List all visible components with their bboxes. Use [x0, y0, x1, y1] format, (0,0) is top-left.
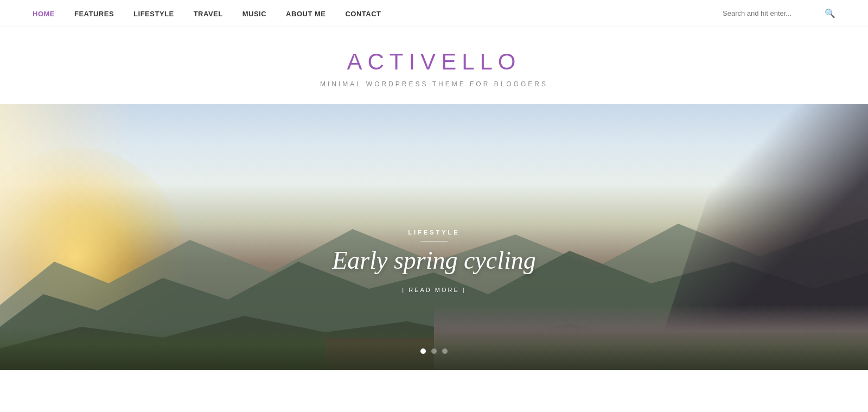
nav-item-travel[interactable]: TRAVEL [194, 9, 223, 18]
search-bar: 🔍 [723, 8, 835, 18]
nav-item-music[interactable]: MUSIC [242, 9, 266, 18]
nav-link-lifestyle[interactable]: LIFESTYLE [133, 10, 174, 18]
nav-link-travel[interactable]: TRAVEL [194, 10, 223, 18]
site-subtitle: MINIMAL WORDPRESS THEME FOR BLOGGERS [0, 80, 868, 88]
slider-dot-3[interactable] [442, 348, 448, 354]
slider-dot-2[interactable] [431, 348, 437, 354]
nav-link-home[interactable]: HOME [33, 10, 55, 18]
hero-slider: LIFESTYLE Early spring cycling | READ MO… [0, 104, 868, 370]
nav-item-home[interactable]: HOME [33, 9, 55, 18]
nav-link-about[interactable]: ABOUT ME [286, 10, 326, 18]
slider-dot-1[interactable] [420, 348, 426, 354]
nav-item-lifestyle[interactable]: LIFESTYLE [133, 9, 174, 18]
site-title: ACTIVELLO [0, 49, 868, 75]
nav-item-contact[interactable]: CONTACT [345, 9, 381, 18]
nav-item-about[interactable]: ABOUT ME [286, 9, 326, 18]
read-more-link[interactable]: | READ MORE | [402, 287, 465, 293]
main-navigation: HOME FEATURES LIFESTYLE TRAVEL MUSIC ABO… [0, 0, 868, 27]
nav-link-features[interactable]: FEATURES [74, 10, 114, 18]
search-input[interactable] [723, 9, 820, 17]
nav-link-music[interactable]: MUSIC [242, 10, 266, 18]
slide-title: Early spring cycling [332, 246, 536, 275]
nav-item-features[interactable]: FEATURES [74, 9, 114, 18]
slide-category: LIFESTYLE [332, 229, 536, 236]
hero-header: ACTIVELLO MINIMAL WORDPRESS THEME FOR BL… [0, 27, 868, 104]
slide-divider [420, 241, 448, 242]
nav-link-contact[interactable]: CONTACT [345, 10, 381, 18]
nav-links: HOME FEATURES LIFESTYLE TRAVEL MUSIC ABO… [33, 9, 381, 18]
slider-dots [420, 348, 448, 354]
slider-content: LIFESTYLE Early spring cycling | READ MO… [332, 229, 536, 294]
search-icon[interactable]: 🔍 [825, 8, 835, 18]
